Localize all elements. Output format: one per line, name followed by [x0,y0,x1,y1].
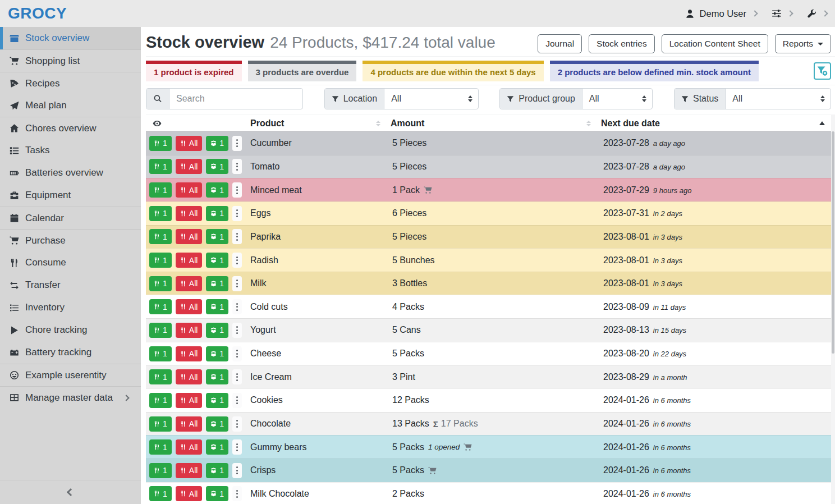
consume-all-button[interactable]: All [176,159,203,174]
open-one-button[interactable]: 1 [206,486,228,501]
banner-due-soon[interactable]: 4 products are due within the next 5 day… [363,61,543,81]
row-menu-button[interactable] [232,206,242,221]
stock-entries-button[interactable]: Stock entries [589,34,655,53]
sidebar-item-inventory[interactable]: Inventory [0,296,141,319]
consume-one-button[interactable]: 1 [149,299,172,314]
open-one-button[interactable]: 1 [206,136,228,151]
sidebar-item-meal-plan[interactable]: Meal plan [0,94,141,117]
open-one-button[interactable]: 1 [206,346,228,361]
consume-all-button[interactable]: All [176,276,203,291]
grocy-logo[interactable]: GROCY [8,4,67,22]
status-select[interactable]: All [726,89,831,109]
consume-all-button[interactable]: All [176,229,203,244]
row-menu-button[interactable] [232,416,242,432]
scrollbar[interactable] [831,114,835,504]
row-menu-button[interactable] [232,136,242,151]
sidebar-item-consume[interactable]: Consume [0,251,141,274]
row-menu-button[interactable] [232,463,242,478]
consume-one-button[interactable]: 1 [149,136,172,151]
sidebar-item-transfer[interactable]: Transfer [0,274,141,296]
consume-one-button[interactable]: 1 [149,486,172,501]
sidebar-item-calendar[interactable]: Calendar [0,207,141,229]
sidebar-item-chore-tracking[interactable]: Chore tracking [0,319,141,341]
row-menu-button[interactable] [232,346,242,361]
open-one-button[interactable]: 1 [206,276,228,291]
row-menu-button[interactable] [232,486,242,501]
banner-below-min[interactable]: 2 products are below defined min. stock … [550,61,759,81]
clear-filters-button[interactable] [814,62,831,80]
consume-one-button[interactable]: 1 [149,463,172,478]
row-menu-button[interactable] [232,182,242,198]
sidebar-item-batteries-overview[interactable]: Batteries overview [0,162,141,184]
consume-one-button[interactable]: 1 [149,182,172,198]
open-one-button[interactable]: 1 [206,369,228,384]
consume-all-button[interactable]: All [176,463,203,478]
open-one-button[interactable]: 1 [206,159,228,174]
row-menu-button[interactable] [232,393,242,408]
consume-one-button[interactable]: 1 [149,253,172,268]
product-group-select[interactable]: All [582,89,652,109]
consume-one-button[interactable]: 1 [149,323,172,338]
sidebar-item-manage-master-data[interactable]: Manage master data [0,386,141,409]
consume-all-button[interactable]: All [176,182,203,198]
location-content-sheet-button[interactable]: Location Content Sheet [662,34,768,53]
sidebar-item-recipes[interactable]: Recipes [0,72,141,94]
sidebar-item-tasks[interactable]: Tasks [0,139,141,162]
journal-button[interactable]: Journal [538,34,582,53]
consume-all-button[interactable]: All [176,439,203,455]
consume-all-button[interactable]: All [176,299,203,314]
open-one-button[interactable]: 1 [206,439,228,455]
row-menu-button[interactable] [232,253,242,268]
banner-overdue[interactable]: 3 products are overdue [248,61,357,81]
row-menu-button[interactable] [232,159,242,174]
admin-menu[interactable] [807,9,827,19]
row-menu-button[interactable] [232,276,242,291]
consume-all-button[interactable]: All [176,393,203,408]
row-menu-button[interactable] [232,439,242,455]
open-one-button[interactable]: 1 [206,323,228,338]
open-one-button[interactable]: 1 [206,463,228,478]
consume-all-button[interactable]: All [176,136,203,151]
row-menu-button[interactable] [232,369,242,384]
consume-one-button[interactable]: 1 [149,346,172,361]
open-one-button[interactable]: 1 [206,182,228,198]
consume-all-button[interactable]: All [176,346,203,361]
column-header-product[interactable]: Product [246,115,387,131]
consume-all-button[interactable]: All [176,486,203,501]
sidebar-collapse-button[interactable] [0,480,141,504]
row-menu-button[interactable] [232,229,242,244]
location-select[interactable]: All [384,89,478,109]
consume-all-button[interactable]: All [176,253,203,268]
row-menu-button[interactable] [232,299,242,314]
consume-one-button[interactable]: 1 [149,393,172,408]
open-one-button[interactable]: 1 [206,299,228,314]
column-header-amount[interactable]: Amount [387,115,597,131]
open-one-button[interactable]: 1 [206,253,228,268]
consume-one-button[interactable]: 1 [149,276,172,291]
search-input[interactable] [169,89,302,109]
consume-all-button[interactable]: All [176,369,203,384]
row-menu-button[interactable] [232,323,242,338]
consume-one-button[interactable]: 1 [149,439,172,455]
sidebar-item-equipment[interactable]: Equipment [0,184,141,207]
sidebar-item-stock-overview[interactable]: Stock overview [0,27,141,49]
user-menu[interactable]: Demo User [685,8,757,19]
sidebar-item-shopping-list[interactable]: Shopping list [0,49,141,72]
banner-expired[interactable]: 1 product is expired [146,61,242,81]
scrollbar-thumb[interactable] [832,131,834,354]
open-one-button[interactable]: 1 [206,229,228,244]
reports-button[interactable]: Reports [775,34,831,53]
consume-one-button[interactable]: 1 [149,369,172,384]
column-header-next-due-date[interactable]: Next due date [597,115,831,131]
consume-all-button[interactable]: All [176,416,203,432]
open-one-button[interactable]: 1 [206,393,228,408]
consume-one-button[interactable]: 1 [149,416,172,432]
sidebar-item-battery-tracking[interactable]: Battery tracking [0,341,141,364]
consume-all-button[interactable]: All [176,323,203,338]
sidebar-item-chores-overview[interactable]: Chores overview [0,117,141,139]
column-header-visibility[interactable] [146,115,246,131]
preferences-menu[interactable] [772,8,792,19]
consume-one-button[interactable]: 1 [149,206,172,221]
open-one-button[interactable]: 1 [206,416,228,432]
consume-one-button[interactable]: 1 [149,229,172,244]
